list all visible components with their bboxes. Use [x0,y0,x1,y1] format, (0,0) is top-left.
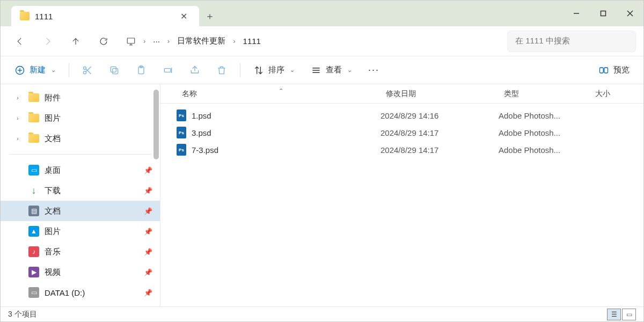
drive-icon: ▭ [28,287,39,298]
column-size[interactable]: 大小 [595,89,627,99]
file-date: 2024/8/29 14:16 [380,111,499,120]
details-view-button[interactable]: ☰ [607,309,621,320]
pin-icon: 📌 [144,289,152,297]
refresh-button[interactable] [92,31,115,52]
tree-item-label: 附件 [45,93,61,103]
file-row[interactable]: 1.psd2024/8/29 14:16Adobe Photosh... [160,107,643,124]
psd-file-icon [177,127,186,138]
column-type[interactable]: 类型 [504,89,595,99]
tree-item-pictures[interactable]: ›图片 [1,108,160,128]
sidebar-item-video[interactable]: ▶视频📌 [1,262,160,282]
sidebar-item-desktop[interactable]: ▭桌面📌 [1,160,160,180]
sidebar-item-download[interactable]: ↓下载📌 [1,180,160,201]
breadcrumb-ellipsis[interactable]: ··· [153,36,160,46]
rename-button[interactable] [156,61,180,80]
clipboard-icon [136,65,147,76]
cut-button[interactable] [76,61,99,80]
tree-item-label: 图片 [45,113,61,123]
svg-rect-18 [164,68,171,72]
forward-button[interactable] [36,31,60,52]
music-icon: ♪ [28,246,39,257]
paste-button[interactable] [129,61,153,80]
minimize-button[interactable] [563,1,590,26]
status-count: 3 个项目 [8,310,37,319]
preview-button-label: 预览 [613,65,630,75]
breadcrumb-parent[interactable]: 日常软件更新 [177,36,225,46]
svg-rect-14 [113,68,118,74]
scissors-icon [82,65,93,76]
sidebar-item-pics[interactable]: ▲图片📌 [1,221,160,241]
tree-item-attachments[interactable]: ›附件 [1,87,160,108]
folder-icon [20,12,30,20]
search-input[interactable]: 在 1111 中搜索 [507,31,636,52]
video-icon: ▶ [28,267,39,277]
svg-point-11 [84,71,86,74]
statusbar: 3 个项目 ☰ ▭ [1,306,643,321]
svg-rect-15 [111,67,116,72]
new-button-label: 新建 [30,65,46,75]
back-button[interactable] [8,31,32,52]
sort-icon [253,65,264,76]
chevron-down-icon: ⌄ [51,67,56,74]
tab-title: 1111 [35,12,171,21]
column-date[interactable]: 修改日期 [386,89,504,99]
copy-icon [109,65,120,76]
psd-file-icon [177,109,186,121]
sidebar-item-label: DATA1 (D:) [45,288,85,297]
close-tab-icon[interactable]: ✕ [176,9,192,24]
file-name: 1.psd [192,111,211,120]
view-toggles: ☰ ▭ [607,309,636,320]
sidebar-item-label: 视频 [45,267,61,277]
docs-icon: ▤ [28,206,39,216]
sidebar-item-label: 音乐 [45,247,61,257]
breadcrumb-current[interactable]: 1111 [243,36,261,46]
window-controls [563,1,643,26]
file-name: 7-3.psd [192,145,218,155]
pin-icon: 📌 [144,166,152,174]
view-button[interactable]: 查看 ⌄ [304,61,358,80]
sidebar: ›附件 ›图片 ›文档 ▭桌面📌↓下载📌▤文档📌▲图片📌♪音乐📌▶视频📌▭DAT… [1,84,160,306]
list-icon [311,65,321,76]
maximize-button[interactable] [590,1,617,26]
file-row[interactable]: 7-3.psd2024/8/29 14:17Adobe Photosh... [160,141,643,158]
close-window-button[interactable] [617,1,643,26]
file-type: Adobe Photosh... [499,128,595,137]
address-bar[interactable]: › ··· › 日常软件更新 › 1111 [120,31,503,52]
new-button[interactable]: 新建 ⌄ [8,61,62,80]
folder-icon [28,114,39,122]
desktop-icon: ▭ [28,165,39,175]
delete-button[interactable] [210,61,233,80]
pin-icon: 📌 [144,268,152,276]
tab-current[interactable]: 1111 ✕ [11,6,199,26]
plus-circle-icon [14,65,25,76]
chevron-right-icon: › [17,115,19,121]
sidebar-item-music[interactable]: ♪音乐📌 [1,241,160,262]
svg-rect-24 [604,68,608,73]
chevron-right-icon: › [17,135,19,142]
sort-indicator-icon: ⌃ [279,87,283,94]
more-button[interactable]: ··· [362,61,386,80]
new-tab-button[interactable]: ＋ [199,6,221,26]
svg-rect-4 [127,38,135,43]
sidebar-item-docs[interactable]: ▤文档📌 [1,201,160,221]
svg-line-13 [86,69,91,74]
folder-icon [28,93,39,102]
psd-file-icon [177,144,186,156]
svg-point-10 [84,67,86,69]
tree-item-label: 文档 [45,134,61,144]
titlebar: 1111 ✕ ＋ [1,1,643,26]
icon-view-button[interactable]: ▭ [622,309,636,320]
sidebar-item-drive[interactable]: ▭DATA1 (D:)📌 [1,282,160,303]
preview-button[interactable]: 预览 [592,61,636,80]
sort-button[interactable]: 排序 ⌄ [247,61,301,80]
sidebar-item-label: 文档 [45,206,61,216]
up-button[interactable] [64,31,87,52]
file-row[interactable]: 3.psd2024/8/29 14:17Adobe Photosh... [160,124,643,141]
pin-icon: 📌 [144,207,152,215]
share-button[interactable] [183,61,207,80]
copy-button[interactable] [103,61,126,80]
share-icon [189,65,200,76]
sort-button-label: 排序 [268,65,284,75]
svg-rect-23 [600,68,604,73]
tree-item-documents[interactable]: ›文档 [1,128,160,149]
